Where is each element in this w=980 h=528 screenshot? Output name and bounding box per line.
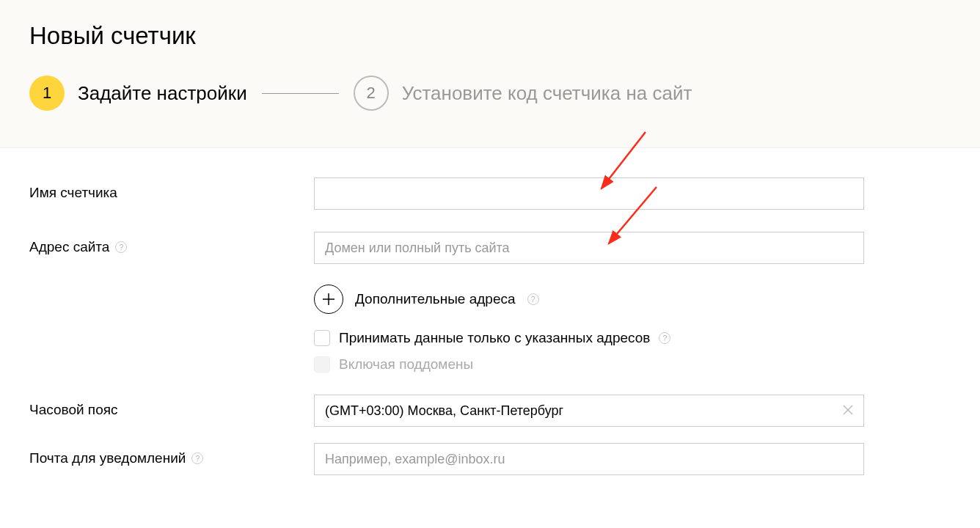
counter-name-field (314, 177, 864, 210)
email-row: Почта для уведомлений ? (29, 443, 951, 475)
accept-only-label: Принимать данные только с указанных адре… (339, 330, 650, 346)
help-icon[interactable]: ? (115, 241, 127, 253)
form-section: Имя счетчика Адрес сайта ? Дополнительны… (0, 148, 980, 475)
counter-name-label-text: Имя счетчика (29, 185, 117, 201)
accept-only-checkbox[interactable] (314, 330, 330, 346)
site-address-input[interactable] (314, 232, 864, 264)
help-icon[interactable]: ? (659, 332, 670, 344)
step-1-label: Задайте настройки (78, 82, 247, 105)
accept-only-row: Принимать данные только с указанных адре… (314, 330, 864, 346)
step-connector (262, 93, 339, 94)
site-address-field: Дополнительные адреса ? Принимать данные… (314, 232, 864, 395)
include-subdomains-row: Включая поддомены (314, 356, 864, 373)
step-2[interactable]: 2 Установите код счетчика на сайт (354, 76, 692, 111)
plus-icon (322, 293, 335, 306)
email-label-text: Почта для уведомлений (29, 450, 186, 466)
clear-icon[interactable] (843, 403, 853, 419)
add-address-button[interactable] (314, 285, 343, 314)
site-address-label-text: Адрес сайта (29, 239, 109, 255)
site-address-label: Адрес сайта ? (29, 232, 314, 255)
step-1[interactable]: 1 Задайте настройки (29, 76, 247, 111)
step-2-circle: 2 (354, 76, 389, 111)
email-input[interactable] (314, 443, 864, 475)
step-2-label: Установите код счетчика на сайт (402, 82, 692, 105)
help-icon[interactable]: ? (191, 452, 203, 464)
header-section: Новый счетчик 1 Задайте настройки 2 Уста… (0, 0, 980, 148)
steps-row: 1 Задайте настройки 2 Установите код сче… (29, 76, 951, 111)
timezone-row: Часовой пояс (GMT+03:00) Москва, Санкт-П… (29, 395, 951, 427)
include-subdomains-label: Включая поддомены (339, 356, 473, 373)
timezone-select[interactable]: (GMT+03:00) Москва, Санкт-Петербург (314, 395, 864, 427)
timezone-value: (GMT+03:00) Москва, Санкт-Петербург (325, 403, 563, 419)
step-1-circle: 1 (29, 76, 65, 111)
additional-addresses-label: Дополнительные адреса (355, 291, 516, 307)
additional-addresses-row: Дополнительные адреса ? (314, 285, 864, 314)
email-label: Почта для уведомлений ? (29, 443, 314, 466)
help-icon[interactable]: ? (527, 293, 539, 305)
counter-name-label: Имя счетчика (29, 177, 314, 201)
counter-name-row: Имя счетчика (29, 177, 951, 210)
timezone-field: (GMT+03:00) Москва, Санкт-Петербург (314, 395, 864, 427)
timezone-label: Часовой пояс (29, 395, 314, 418)
site-address-row: Адрес сайта ? Дополнительные адреса ? Пр… (29, 232, 951, 395)
counter-name-input[interactable] (314, 177, 864, 210)
include-subdomains-checkbox (314, 356, 330, 373)
page-title: Новый счетчик (29, 22, 951, 50)
email-field (314, 443, 864, 475)
timezone-label-text: Часовой пояс (29, 402, 118, 418)
